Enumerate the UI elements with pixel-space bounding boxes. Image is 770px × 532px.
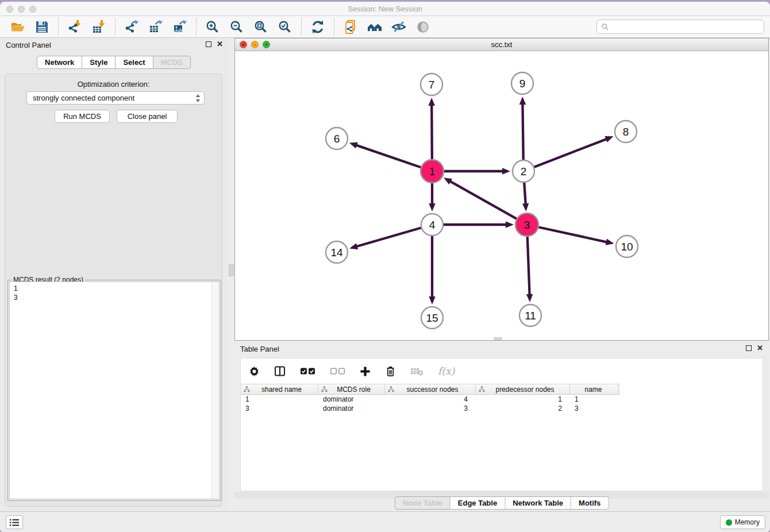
refresh-network-button[interactable]	[309, 18, 326, 36]
tab-style[interactable]: Style	[82, 56, 116, 69]
graph-edge-1-6[interactable]	[356, 145, 421, 167]
delete-selected-button[interactable]	[385, 365, 396, 377]
network-zoom-icon[interactable]: +	[263, 41, 270, 48]
close-panel-button[interactable]: Close panel	[117, 110, 178, 123]
memory-button[interactable]: Memory	[720, 515, 765, 529]
select-all-button[interactable]	[300, 367, 315, 375]
control-panel-header: Control Panel ✕	[0, 38, 228, 53]
graph-edge-2-3[interactable]	[524, 183, 525, 205]
export-network-icon	[124, 20, 139, 34]
tab-node-table[interactable]: Node Table	[395, 496, 451, 510]
graph-arrowhead-1-4	[429, 203, 435, 211]
delete-column-icon	[410, 367, 424, 376]
tab-edge-table[interactable]: Edge Table	[451, 496, 505, 510]
panel-divider-handle[interactable]	[229, 264, 234, 276]
show-all-icon	[415, 20, 430, 34]
criterion-dropdown[interactable]: strongly connected component	[26, 91, 205, 105]
first-neighbors-icon	[367, 20, 382, 34]
run-mcds-button[interactable]: Run MCDS	[55, 110, 110, 123]
graph-edge-4-14[interactable]	[356, 228, 421, 247]
column-header-mcds-role[interactable]: MCDS role	[318, 384, 385, 394]
graph-edge-2-9[interactable]	[522, 103, 523, 160]
criterion-dropdown-value: strongly connected component	[33, 94, 195, 102]
table-cell: dominator	[318, 395, 385, 404]
open-session-button[interactable]	[9, 18, 26, 36]
column-header-label: MCDS role	[328, 385, 384, 394]
table-close-panel-icon[interactable]: ✕	[757, 345, 763, 352]
zoom-in-button[interactable]	[204, 18, 221, 36]
graph-edge-2-8[interactable]	[534, 139, 607, 167]
tab-motifs[interactable]: Motifs	[571, 496, 609, 510]
table-cell: 2	[476, 404, 570, 413]
graph-node-label-4: 4	[429, 219, 436, 231]
save-session-button[interactable]	[33, 18, 51, 36]
column-header-shared-name[interactable]: shared name	[241, 384, 318, 394]
clone-network-button[interactable]	[342, 18, 359, 36]
graph-edge-3-1[interactable]	[449, 181, 517, 219]
first-neighbors-button[interactable]	[366, 18, 383, 36]
search-box[interactable]	[596, 20, 764, 34]
mcds-result-scrollbar[interactable]	[211, 282, 219, 499]
graph-edge-1-7[interactable]	[432, 105, 432, 160]
table-cell: 1	[570, 395, 619, 404]
graph-arrowhead-1-2	[502, 168, 510, 174]
zoom-out-button[interactable]	[228, 18, 245, 36]
close-panel-icon[interactable]: ✕	[217, 41, 223, 48]
table-settings-icon	[249, 366, 260, 377]
zoom-fit-icon	[253, 20, 268, 34]
minimize-window-button[interactable]	[18, 6, 25, 13]
search-input[interactable]	[609, 21, 764, 33]
zoom-selected-icon	[278, 20, 292, 34]
network-close-icon[interactable]: ✕	[240, 41, 247, 48]
import-network-button[interactable]	[66, 18, 83, 36]
show-all-button	[414, 18, 432, 36]
column-header-label: predecessor nodes	[485, 385, 569, 394]
graph-edge-3-11[interactable]	[528, 236, 530, 295]
open-session-icon	[10, 20, 25, 34]
tab-network-table[interactable]: Network Table	[505, 496, 571, 510]
tab-mcds[interactable]: MCDS	[153, 56, 191, 69]
deselect-all-button[interactable]	[330, 367, 345, 375]
add-column-button[interactable]	[360, 366, 371, 377]
float-panel-icon[interactable]	[206, 41, 211, 47]
tab-network[interactable]: Network	[37, 56, 82, 69]
table-panel: Table Panel ✕ f(x) shared nameMCDS roles…	[234, 342, 769, 511]
memory-status-dot	[726, 519, 732, 526]
tab-select[interactable]: Select	[116, 56, 153, 69]
add-column-icon	[360, 366, 371, 377]
mcds-result-textarea[interactable]: 13	[9, 282, 220, 499]
network-minimize-icon[interactable]: −	[251, 41, 259, 48]
toolbar-separator	[115, 18, 116, 36]
table-settings-button[interactable]	[249, 366, 260, 377]
export-image-button[interactable]	[171, 18, 188, 36]
column-header-name[interactable]: name	[570, 384, 619, 394]
table-float-panel-icon[interactable]	[746, 345, 752, 351]
zoom-fit-button[interactable]	[252, 18, 270, 36]
network-window-titlebar[interactable]: ✕ − + scc.txt	[235, 38, 768, 51]
import-network-icon	[67, 20, 82, 34]
graph-arrowhead-1-7	[429, 98, 435, 106]
select-all-icon	[300, 367, 315, 375]
graph-edge-3-10[interactable]	[538, 227, 607, 242]
import-table-button[interactable]	[90, 18, 107, 36]
column-header-predecessor-nodes[interactable]: predecessor nodes	[476, 384, 570, 394]
graph-node-label-11: 11	[525, 310, 536, 322]
search-icon	[601, 23, 609, 31]
graph-arrowhead-2-3	[522, 203, 529, 211]
network-table-divider-handle[interactable]	[494, 337, 502, 340]
network-canvas[interactable]: 1234678910111415	[235, 51, 768, 340]
network-graph[interactable]: 1234678910111415	[235, 51, 768, 340]
table-row[interactable]: 3dominator323	[241, 404, 763, 413]
show-columns-button[interactable]	[274, 365, 286, 377]
close-window-button[interactable]	[6, 6, 13, 13]
hide-selected-button[interactable]	[390, 18, 407, 36]
export-network-button[interactable]	[123, 18, 140, 36]
task-history-button[interactable]	[6, 515, 23, 529]
zoom-selected-button[interactable]	[276, 18, 294, 36]
export-table-button[interactable]	[147, 18, 164, 36]
toolbar-separator	[58, 18, 59, 36]
table-row[interactable]: 1dominator411	[241, 395, 763, 404]
mcds-result-list: 13	[10, 282, 219, 304]
maximize-window-button[interactable]	[29, 6, 36, 13]
column-header-successor-nodes[interactable]: successor nodes	[385, 384, 476, 394]
